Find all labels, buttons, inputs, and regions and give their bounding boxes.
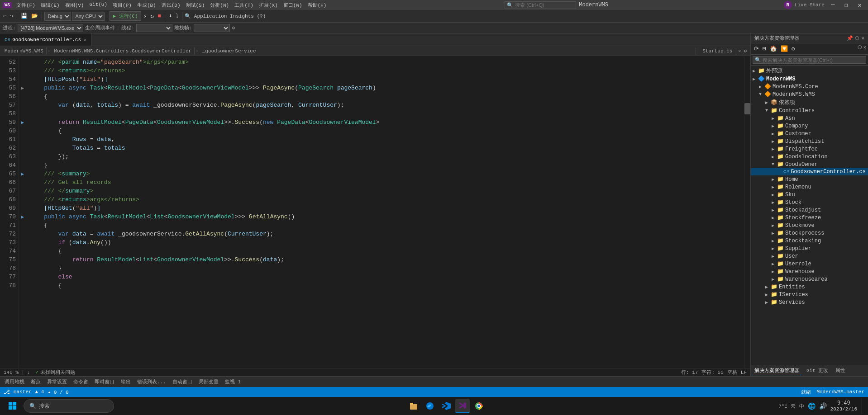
se-filter-icon[interactable]: 🔽 <box>779 44 789 53</box>
vertical-scrollbar[interactable] <box>744 56 750 368</box>
tree-dependencies[interactable]: ▶ 📦 依赖项 <box>751 98 868 107</box>
editor-settings-icon[interactable]: ⚙ <box>742 47 749 55</box>
se-close-panel-icon[interactable]: ✕ <box>863 44 866 53</box>
tab-error-list[interactable]: 错误列表... <box>134 377 169 386</box>
tab-locals[interactable]: 局部变量 <box>196 377 221 386</box>
scroll-thumb[interactable] <box>744 103 750 114</box>
tab-close-icon[interactable]: ✕ <box>84 37 86 42</box>
code-content-area[interactable]: /// <param name="pageSearch">args</param… <box>26 56 744 368</box>
taskbar-clock[interactable]: 9:49 2023/2/16 <box>830 400 857 412</box>
project-breadcrumb[interactable]: ModernWMS.WMS <box>2 47 47 55</box>
tree-rolemenu[interactable]: ▶ 📁 Rolemenu <box>751 183 868 191</box>
tree-dispatchlist[interactable]: ▶ 📁 Dispatchlist <box>751 137 868 145</box>
tree-supplier[interactable]: ▶ 📁 Supplier <box>751 245 868 252</box>
tree-home[interactable]: ▶ 📁 Home <box>751 175 868 183</box>
tab-command[interactable]: 命令窗 <box>71 377 91 386</box>
tree-external-sources[interactable]: ▶ 📁 外部源 <box>751 66 868 75</box>
taskbar-lang[interactable]: 中 <box>799 403 804 410</box>
se-sync-icon[interactable]: ⟳ <box>753 44 760 53</box>
tree-warehouse[interactable]: ▶ 📁 Warehouse <box>751 268 868 275</box>
menu-file[interactable]: 文件(F) <box>14 1 38 9</box>
tree-iservices[interactable]: ▶ 📁 IServices <box>751 291 868 298</box>
debug-config-dropdown[interactable]: Debug <box>44 12 71 21</box>
tree-modernwms[interactable]: ▶ 🔷 ModernWMS <box>751 75 868 83</box>
se-home-icon[interactable]: 🏠 <box>768 44 778 53</box>
tree-stockprocess[interactable]: ▶ 📁 Stockprocess <box>751 229 868 237</box>
tree-freightfee[interactable]: ▶ 📁 Freightfee <box>751 145 868 153</box>
taskbar-file-explorer[interactable] <box>406 399 421 413</box>
nav-icon[interactable]: ↓ <box>27 370 30 375</box>
show-desktop-btn[interactable] <box>862 398 864 414</box>
menu-tools[interactable]: 工具(T) <box>232 1 256 9</box>
app-insights-btn[interactable]: 🔍 Application Insights (?) <box>185 13 266 19</box>
se-expand-all-icon[interactable]: ⬡ <box>858 44 862 53</box>
live-share-button[interactable]: Live Share <box>795 2 825 8</box>
close-button[interactable]: ✕ <box>854 0 865 10</box>
tree-warehousearea[interactable]: ▶ 📁 Warehousearea <box>751 275 868 283</box>
taskbar-vscode[interactable] <box>439 399 453 413</box>
tree-goodsowner[interactable]: ▼ 📁 GoodsOwner <box>751 160 868 168</box>
toolbar-step-over-icon[interactable]: ⤵ <box>174 12 180 20</box>
taskbar-chrome[interactable] <box>472 399 486 413</box>
tree-customer[interactable]: ▶ 📁 Customer <box>751 130 868 137</box>
tree-stockadjust[interactable]: ▶ 📁 Stockadjust <box>751 206 868 214</box>
menu-help[interactable]: 帮助(H) <box>305 1 329 9</box>
tab-output[interactable]: 输出 <box>118 377 134 386</box>
se-pin-icon[interactable]: 📌 <box>847 35 853 41</box>
tree-modernwms-core[interactable]: ▶ 🔶 ModernWMS.Core <box>751 83 868 90</box>
menu-project[interactable]: 项目(P) <box>110 1 134 9</box>
taskbar-search[interactable]: 🔍 搜索 <box>24 399 114 413</box>
tree-stock[interactable]: ▶ 📁 Stock <box>751 198 868 206</box>
tab-auto[interactable]: 自动窗口 <box>170 377 195 386</box>
tree-userrole[interactable]: ▶ 📁 Userrole <box>751 260 868 268</box>
toolbar-restart-icon[interactable]: ↻ <box>149 12 155 21</box>
tree-goodsowner-controller-cs[interactable]: C# GoodsownerController.cs <box>751 168 868 175</box>
startup-close[interactable]: ✕ <box>737 47 742 55</box>
menu-view[interactable]: 视图(V) <box>62 1 87 9</box>
menu-test[interactable]: 测试(S) <box>183 1 208 9</box>
toolbar-breakpoints-icon[interactable]: ⬇ <box>167 12 173 20</box>
tree-stockfreeze[interactable]: ▶ 📁 Stockfreeze <box>751 214 868 222</box>
tree-stocktaking[interactable]: ▶ 📁 Stocktaking <box>751 237 868 245</box>
tree-company[interactable]: ▶ 📁 Company <box>751 122 868 130</box>
run-button[interactable]: ▶ 运行(C) <box>110 11 141 21</box>
menu-git[interactable]: Git(G) <box>86 1 110 9</box>
se-expand-icon[interactable]: ⬡ <box>855 35 859 41</box>
menu-debug[interactable]: 调试(D) <box>159 1 183 9</box>
taskbar-sound-icon[interactable]: 🔊 <box>819 402 827 410</box>
toolbar-open-icon[interactable]: 📂 <box>30 12 39 20</box>
taskbar-edge[interactable] <box>423 399 437 413</box>
se-search-input[interactable] <box>763 57 864 63</box>
git-branch-name[interactable]: master <box>14 389 32 395</box>
controller-breadcrumb[interactable]: ModernWMS.WMS.Controllers.GoodsownerCont… <box>51 47 195 55</box>
tree-controllers[interactable]: ▼ 📁 Controllers <box>751 107 868 114</box>
se-bottom-tab-solution[interactable]: 解决方案资源管理器 <box>753 366 801 375</box>
menu-edit[interactable]: 编辑(E) <box>38 1 62 9</box>
cpu-config-dropdown[interactable]: Any CPU <box>72 12 105 21</box>
tree-sku[interactable]: ▶ 📁 Sku <box>751 191 868 198</box>
title-search-input[interactable] <box>515 2 574 8</box>
tree-stockmove[interactable]: ▶ 📁 Stockmove <box>751 222 868 229</box>
se-close-icon[interactable]: ✕ <box>861 35 864 41</box>
tab-breakpoints[interactable]: 断点 <box>28 377 43 386</box>
menu-analyze[interactable]: 分析(N) <box>207 1 232 9</box>
taskbar-network-icon[interactable]: 🌐 <box>808 402 816 410</box>
taskbar-vs[interactable] <box>455 399 470 413</box>
toolbar-save-icon[interactable]: 💾 <box>19 12 29 20</box>
toolbar-redo-icon[interactable]: ↪ <box>9 12 14 20</box>
se-bottom-tab-git[interactable]: Git 更改 <box>805 366 830 375</box>
toolbar-undo-icon[interactable]: ↩ <box>2 12 8 20</box>
minimize-button[interactable]: ─ <box>827 0 838 9</box>
tree-services[interactable]: ▶ 📁 Services <box>751 298 868 306</box>
repo-name[interactable]: ModernWMS-master <box>816 389 864 395</box>
tab-watch[interactable]: 监视 1 <box>222 377 243 386</box>
se-settings-icon[interactable]: ⚙ <box>790 44 796 53</box>
tab-immediate[interactable]: 即时窗口 <box>92 377 117 386</box>
menu-window[interactable]: 窗口(W) <box>281 1 305 9</box>
debug-nav-icon[interactable]: ⚙ <box>232 25 235 31</box>
location-dropdown[interactable] <box>194 24 230 32</box>
errors-indicator[interactable]: ▲ 4 <box>35 389 44 395</box>
toolbar-attach-icon[interactable]: ⚡ <box>142 12 148 21</box>
process-dropdown[interactable]: [4728] ModernWMS.exe <box>18 24 83 32</box>
tree-modernwms-wms[interactable]: ▼ 🔶 ModernWMS.WMS <box>751 90 868 98</box>
